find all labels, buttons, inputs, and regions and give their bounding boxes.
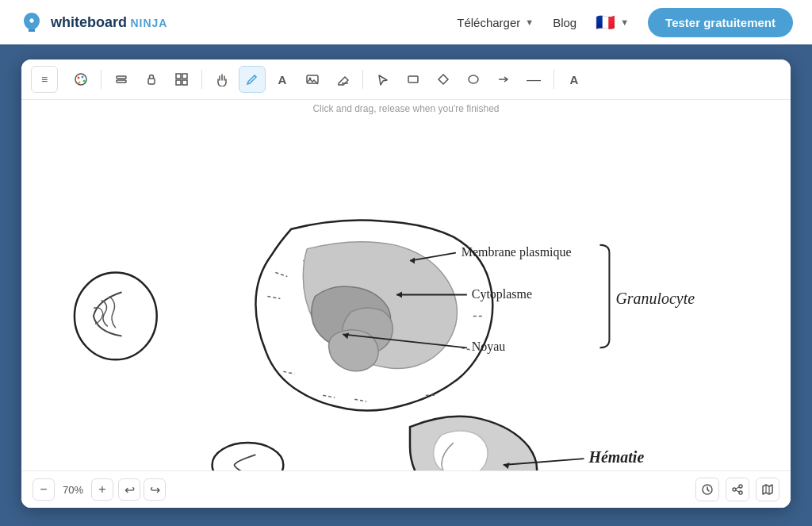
svg-point-42: [733, 488, 736, 491]
layers-tool[interactable]: [108, 66, 135, 93]
sep3: [362, 70, 363, 89]
line-tool[interactable]: —: [520, 66, 547, 93]
canvas-area[interactable]: Membrane plasmique Cytoplasme Noyau: [21, 114, 791, 470]
select-icon: [376, 72, 390, 86]
eraser-tool[interactable]: [329, 66, 356, 93]
hint-text: Click and drag, release when you're fini…: [21, 100, 791, 114]
lock-tool[interactable]: [138, 66, 165, 93]
right-actions: [695, 478, 779, 501]
palette-tool[interactable]: [67, 66, 94, 93]
header: whiteboard NINJA Télécharger ▼ Blog 🇫🇷 ▼…: [0, 0, 812, 44]
arrow-icon: [496, 72, 511, 86]
toolbar: ≡: [21, 60, 791, 100]
redo-button[interactable]: ↪: [144, 478, 166, 501]
granulocyte-label: Granulocyte: [599, 245, 695, 348]
svg-rect-6: [117, 80, 126, 83]
svg-rect-7: [148, 79, 155, 84]
svg-rect-11: [182, 80, 187, 85]
main-area: ≡: [0, 44, 812, 526]
pen-tool[interactable]: [239, 66, 266, 93]
svg-point-18: [75, 273, 157, 360]
pen-icon: [245, 72, 259, 86]
eraser-icon: [335, 72, 350, 86]
svg-rect-9: [182, 74, 187, 79]
svg-line-23: [354, 399, 366, 401]
svg-point-2: [82, 76, 84, 79]
main-cell: [255, 220, 492, 410]
rect-tool[interactable]: [400, 66, 427, 93]
svg-point-43: [739, 491, 742, 494]
image-icon: [305, 72, 320, 86]
ellipse-tool[interactable]: [460, 66, 487, 93]
more-tool[interactable]: A: [561, 66, 588, 93]
rect-icon: [406, 72, 420, 86]
svg-text:Granulocyte: Granulocyte: [615, 290, 695, 308]
menu-button[interactable]: ≡: [31, 66, 58, 93]
whiteboard: ≡: [21, 60, 791, 508]
undo-button[interactable]: ↩: [118, 478, 140, 501]
svg-line-45: [736, 490, 739, 492]
download-chevron-icon: ▼: [525, 17, 534, 27]
membrane-label: Membrane plasmique: [462, 245, 572, 259]
small-round-cell: [75, 273, 157, 360]
svg-point-16: [469, 75, 478, 83]
grid-icon: [174, 72, 189, 86]
nav-download[interactable]: Télécharger ▼: [457, 16, 534, 29]
svg-point-41: [739, 485, 742, 488]
svg-line-44: [736, 487, 739, 489]
membrane-arrow: Membrane plasmique: [410, 245, 572, 264]
drawing-canvas[interactable]: Membrane plasmique Cytoplasme Noyau: [21, 114, 791, 470]
text-tool[interactable]: A: [269, 66, 296, 93]
svg-rect-8: [176, 74, 181, 79]
svg-line-26: [283, 371, 294, 374]
main-nav: Télécharger ▼ Blog 🇫🇷 ▼ Tester gratuitem…: [457, 8, 793, 37]
arrow-tool[interactable]: [490, 66, 517, 93]
svg-rect-5: [117, 76, 126, 79]
diamond-icon: [436, 72, 450, 86]
svg-rect-15: [408, 76, 418, 83]
grid-tool[interactable]: [168, 66, 195, 93]
lock-icon: [144, 72, 159, 86]
svg-point-1: [78, 77, 80, 79]
nav-language[interactable]: 🇫🇷 ▼: [596, 13, 629, 32]
svg-text:Hématie: Hématie: [588, 448, 644, 466]
zoom-value: 70%: [59, 484, 86, 496]
zoom-minus-button[interactable]: −: [33, 478, 55, 501]
zoom-plus-button[interactable]: +: [91, 478, 113, 501]
sep2: [201, 70, 202, 89]
logo[interactable]: whiteboard NINJA: [19, 10, 167, 35]
share-button[interactable]: [726, 478, 749, 501]
history-controls: ↩ ↪: [118, 478, 166, 501]
svg-line-21: [267, 296, 280, 298]
map-button[interactable]: [756, 478, 779, 501]
hand-tool[interactable]: [209, 66, 236, 93]
svg-point-0: [75, 74, 86, 85]
hematie-cell: [410, 417, 537, 470]
try-button[interactable]: Tester gratuitement: [648, 8, 793, 37]
diamond-tool[interactable]: [430, 66, 457, 93]
cytoplasme-label: Cytoplasme: [472, 287, 532, 301]
image-tool[interactable]: [299, 66, 326, 93]
sep1: [101, 70, 102, 89]
noyau-label: Noyau: [472, 340, 506, 354]
svg-point-4: [79, 82, 81, 84]
svg-line-19: [275, 273, 287, 277]
history-button[interactable]: [695, 478, 719, 501]
select-tool[interactable]: [370, 66, 396, 93]
ellipse-icon: [466, 72, 481, 86]
zoom-controls: − 70% + ↩ ↪: [33, 478, 166, 501]
clock-icon: [701, 483, 714, 496]
nav-blog[interactable]: Blog: [553, 16, 576, 29]
svg-rect-10: [176, 80, 181, 85]
bottom-bar: − 70% + ↩ ↪: [21, 470, 791, 508]
language-chevron-icon: ▼: [620, 17, 629, 27]
small-oval-cell-1: [213, 443, 284, 470]
logo-icon: [19, 10, 44, 35]
map-icon: [761, 483, 774, 496]
palette-icon: [74, 72, 88, 86]
hand-icon: [215, 72, 229, 86]
svg-point-3: [83, 80, 86, 83]
logo-text: whiteboard NINJA: [51, 14, 167, 31]
svg-line-22: [323, 395, 335, 397]
sep4: [553, 70, 554, 89]
